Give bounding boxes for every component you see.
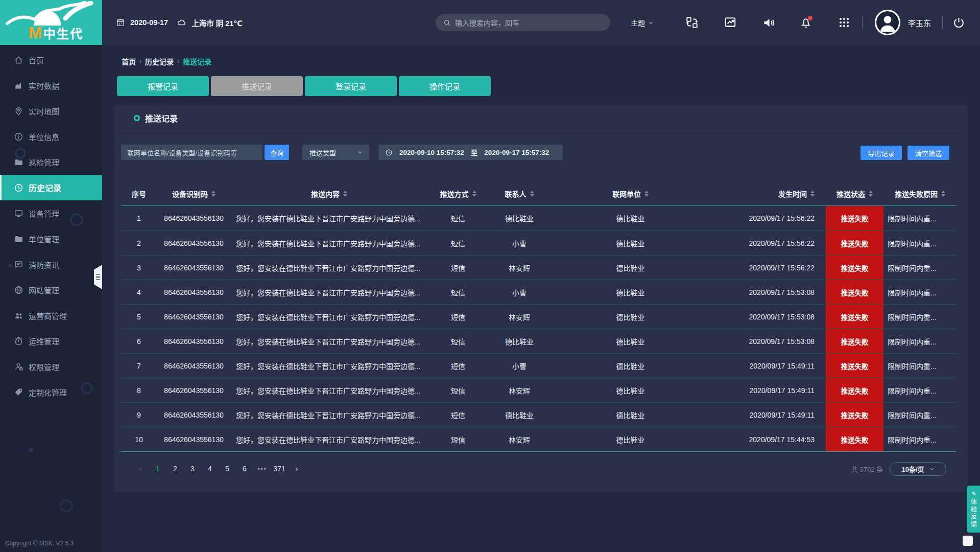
sidebar-item-tag[interactable]: 定制化管理	[0, 379, 102, 405]
keyword-input[interactable]: 联网单位名称/设备类型/设备识别码等	[121, 145, 262, 160]
table-row: 5 864626043556130 您好，您安装在德比鞋业下晋江市广安路野力中国…	[121, 304, 957, 329]
table-column-header[interactable]: 设备识别码	[157, 181, 231, 205]
query-button[interactable]: 查询	[265, 145, 289, 160]
sidebar-item-data[interactable]: 实时数据	[0, 73, 102, 98]
chart-monitor-icon[interactable]	[723, 15, 737, 30]
cell-method: 短信	[427, 354, 489, 378]
pagination-page-4[interactable]: 4	[204, 465, 216, 473]
sort-icon[interactable]	[869, 191, 873, 197]
push-type-select[interactable]: 推送类型	[302, 145, 369, 160]
cell-reason: 限制时间内重...	[883, 403, 957, 427]
pager: ‹123456•••371›	[121, 465, 303, 473]
username[interactable]: 李玉东	[908, 0, 931, 45]
tab-登录记录[interactable]: 登录记录	[305, 76, 397, 96]
pagination-page-371[interactable]: 371	[273, 465, 285, 473]
home-icon	[13, 55, 23, 65]
table-column-header[interactable]: 推送内容	[231, 181, 427, 205]
cell-contact: 小曹	[489, 231, 550, 255]
cell-no: 4	[121, 280, 157, 304]
volume-icon[interactable]	[761, 15, 776, 30]
table-column-header[interactable]: 发生时间	[711, 181, 826, 205]
tab-报警记录[interactable]: 报警记录	[117, 76, 209, 96]
pagination-page-3[interactable]: 3	[186, 465, 199, 473]
back-to-top-button[interactable]	[963, 536, 973, 546]
pagination-page-5[interactable]: 5	[221, 465, 233, 473]
cell-unit: 德比鞋业	[550, 305, 711, 329]
date-range-picker[interactable]: 2020-09-10 15:57:32 至 2020-09-17 15:57:3…	[378, 145, 563, 160]
table-column-header[interactable]: 联网单位	[550, 181, 711, 205]
copyright-text: Copyright © MSK. V2.5.3	[5, 540, 74, 547]
theme-label: 主题	[631, 17, 645, 28]
sidebar-item-home[interactable]: 首页	[0, 47, 102, 73]
sidebar-item-chat[interactable]: 消防资讯	[0, 251, 102, 277]
breadcrumb-item[interactable]: 历史记录	[145, 56, 174, 66]
breadcrumb-item[interactable]: 首页	[122, 56, 136, 66]
sidebar-item-map[interactable]: 实时地图	[0, 98, 102, 124]
table-column-header[interactable]: 推送方式	[427, 181, 489, 205]
table-column-header[interactable]: 序号	[121, 181, 157, 205]
cell-unit: 德比鞋业	[550, 354, 711, 378]
sidebar-item-userlock[interactable]: 权限管理	[0, 354, 102, 379]
layout-swap-icon[interactable]	[685, 15, 699, 30]
power-icon[interactable]	[951, 15, 966, 30]
cell-time: 2020/09/17 15:53:08	[711, 329, 826, 353]
pagination-page-1[interactable]: 1	[152, 465, 164, 473]
bell-icon[interactable]	[799, 15, 813, 30]
sort-icon[interactable]	[530, 191, 534, 197]
cell-contact: 德比鞋业	[489, 329, 550, 353]
cell-method: 短信	[427, 280, 489, 304]
breadcrumb-item[interactable]: 推送记录	[183, 56, 211, 66]
cell-method: 短信	[427, 206, 489, 231]
feedback-tab[interactable]: ✎ 体验反馈	[967, 486, 980, 533]
pagination-next[interactable]: ›	[291, 465, 303, 473]
cell-content: 您好，您安装在德比鞋业下晋江市广安路野力中国旁边德...	[231, 280, 427, 304]
folder-icon	[13, 234, 23, 244]
sidebar-item-globe[interactable]: 网站管理	[0, 277, 102, 303]
status-badge: 推送失败	[826, 206, 883, 231]
topbar-date: 2020-09-17	[130, 18, 168, 27]
sidebar-item-users[interactable]: 运营商管理	[0, 303, 102, 328]
cell-content: 您好，您安装在德比鞋业下晋江市广安路野力中国旁边德...	[231, 231, 427, 255]
notification-dot	[808, 16, 812, 20]
cell-contact: 小曹	[489, 354, 550, 378]
pagination-page-2[interactable]: 2	[169, 465, 181, 473]
cell-reason: 限制时间内重...	[883, 354, 957, 378]
table-column-header[interactable]: 联系人	[489, 181, 550, 205]
pagination-page-6[interactable]: 6	[238, 465, 251, 473]
clock-icon	[385, 149, 393, 156]
brand-logo[interactable]: M 中生代	[0, 0, 102, 45]
section-title: 推送记录	[145, 112, 178, 124]
cell-status: 推送失败	[826, 231, 883, 255]
sort-icon[interactable]	[810, 191, 815, 197]
avatar[interactable]	[875, 10, 900, 35]
sidebar-item-folder[interactable]: 巡检管理	[0, 149, 102, 175]
cell-content: 您好，您安装在德比鞋业下晋江市广安路野力中国旁边德...	[231, 206, 427, 231]
sidebar-item-monitor[interactable]: 设备管理	[0, 200, 102, 226]
table-column-header[interactable]: 推送失败原因	[883, 181, 957, 205]
sort-icon[interactable]	[211, 191, 216, 197]
date-separator: 至	[471, 147, 478, 157]
cell-status: 推送失败	[826, 256, 883, 280]
table-row: 1 864626043556130 您好，您安装在德比鞋业下晋江市广安路野力中国…	[121, 206, 957, 231]
table-column-header[interactable]: 推送状态	[826, 181, 883, 205]
sort-icon[interactable]	[343, 191, 347, 197]
theme-select[interactable]: 主题	[631, 0, 654, 45]
apps-grid-icon[interactable]	[837, 15, 851, 30]
sidebar-item-info[interactable]: 单位信息	[0, 124, 102, 149]
sort-icon[interactable]	[644, 191, 649, 197]
sort-icon[interactable]	[472, 191, 476, 197]
search-input[interactable]: 输入搜索内容，回车	[436, 14, 610, 31]
tab-操作记录[interactable]: 操作记录	[399, 76, 491, 96]
clear-filter-button[interactable]: 清空筛选	[907, 146, 949, 160]
cell-contact: 林安辉	[489, 256, 550, 280]
sidebar-item-stopwatch[interactable]: 运维管理	[0, 328, 102, 354]
tab-推送记录[interactable]: 推送记录	[211, 76, 303, 96]
cell-contact: 德比鞋业	[489, 206, 550, 231]
export-button[interactable]: 导出记录	[861, 146, 902, 160]
sort-icon[interactable]	[941, 191, 945, 197]
page-size-select[interactable]: 10条/页	[890, 462, 946, 476]
pagination-prev[interactable]: ‹	[134, 465, 147, 473]
sidebar-item-folder[interactable]: 单位管理	[0, 226, 102, 251]
info-icon	[13, 131, 23, 142]
sidebar-item-clock[interactable]: 历史记录	[0, 175, 102, 200]
